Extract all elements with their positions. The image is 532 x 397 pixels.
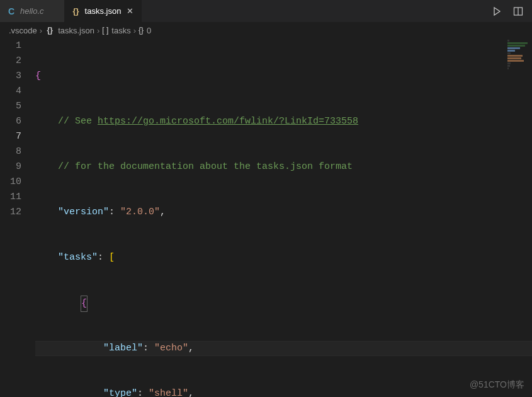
chevron-right-icon: › [97,26,99,35]
chevron-right-icon: › [133,26,136,35]
breadcrumb-label: tasks [111,26,130,35]
json-string: "2.0.0" [120,207,160,217]
json-key: "tasks" [58,252,98,263]
json-key: "label" [103,343,143,354]
line-number: 4 [0,84,21,99]
tab-bar: C hello.c ✕ {} tasks.json ✕ [0,0,532,22]
breadcrumb-label: tasks.json [58,26,94,35]
json-string: "echo" [154,343,188,354]
code-line: "type": "shell", [35,386,532,397]
line-number: 11 [0,190,21,205]
breadcrumb-item[interactable]: {} tasks.json [45,26,94,35]
line-number: 9 [0,159,21,175]
brackets-icon: [ ] [102,26,108,35]
breadcrumb-label: .vscode [9,26,37,35]
line-number: 8 [0,144,21,159]
close-icon[interactable]: ✕ [125,6,135,16]
code-line: // See https://go.microsoft.com/fwlink/?… [35,114,532,129]
breadcrumb: .vscode › {} tasks.json › [ ] tasks › {}… [0,22,532,38]
tabbar-actions [483,0,532,22]
tabbar-spacer [142,0,483,22]
line-number: 10 [0,175,21,190]
comment-text: // for the documentation about the tasks… [58,161,353,172]
json-key: "type" [103,388,137,397]
code-line: { [35,296,532,311]
line-number: 6 [0,114,21,129]
line-number: 2 [0,54,21,69]
braces-icon: {} [45,26,55,35]
json-file-icon: {} [71,6,81,16]
line-number: 3 [0,69,21,84]
bracket-open: { [81,296,88,312]
split-editor-icon[interactable] [513,6,523,16]
breadcrumb-label: 0 [147,26,151,35]
braces-icon: {} [139,26,144,35]
code-line: { [35,69,532,84]
code-line: // for the documentation about the tasks… [35,159,532,175]
code-area[interactable]: { // See https://go.microsoft.com/fwlink… [35,38,532,397]
tab-label: hello.c [20,6,44,16]
line-number: 12 [0,205,21,220]
json-key: "version" [58,207,109,217]
code-line: "tasks": [ [35,250,532,265]
c-file-icon: C [6,6,16,16]
line-number: 1 [0,38,21,54]
editor[interactable]: 1 2 3 4 5 6 7 8 9 10 11 12 { // See http… [0,38,532,397]
tab-tasks-json[interactable]: {} tasks.json ✕ [65,0,142,22]
tab-label: tasks.json [85,6,122,16]
code-line: "version": "2.0.0", [35,205,532,220]
tab-hello-c[interactable]: C hello.c ✕ [0,0,65,22]
comment-text: // See [58,116,98,127]
breadcrumb-item[interactable]: .vscode [9,26,37,35]
line-number: 5 [0,99,21,114]
url-link[interactable]: https://go.microsoft.com/fwlink/?LinkId=… [98,116,358,127]
breadcrumb-item[interactable]: {} 0 [139,26,151,35]
code-line: "label": "echo", [35,341,532,356]
json-string: "shell" [149,388,188,397]
chevron-right-icon: › [40,26,42,35]
breadcrumb-item[interactable]: [ ] tasks [102,26,130,35]
line-number: 7 [0,129,21,144]
run-icon[interactable] [492,6,502,16]
line-number-gutter: 1 2 3 4 5 6 7 8 9 10 11 12 [0,38,35,397]
watermark: @51CTO博客 [470,379,524,391]
